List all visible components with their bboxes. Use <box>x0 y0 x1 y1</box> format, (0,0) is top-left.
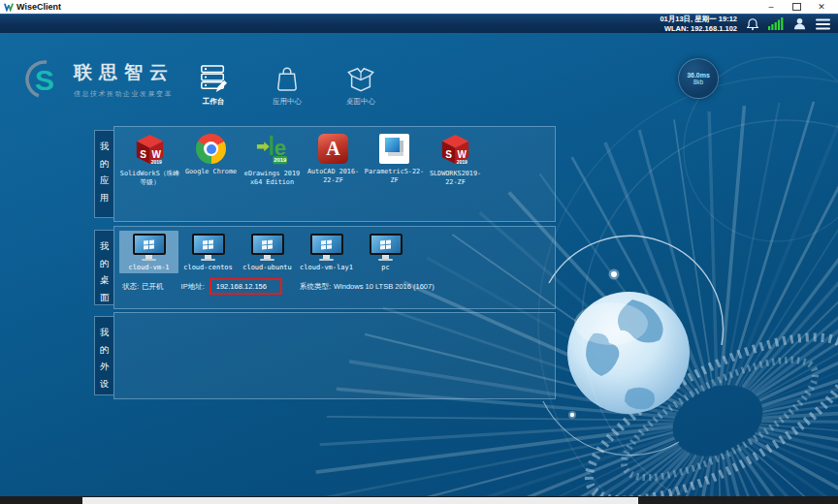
minimize-button[interactable]: – <box>758 0 784 14</box>
nav-app-center-label: 应用中心 <box>273 97 302 107</box>
monitor-icon <box>250 234 285 261</box>
svg-text:W: W <box>458 149 467 160</box>
workbench-icon <box>198 64 229 93</box>
brand-slogan: 信息技术推动企业发展变革 <box>74 89 175 99</box>
brand-block: S 联思智云 信息技术推动企业发展变革 <box>25 60 175 99</box>
edrawings-icon: e 2019 <box>256 134 288 166</box>
section-my-peripherals: 我的外设 <box>94 312 556 399</box>
my-apps-panel: S W 2019 SolidWorkS（珠峰等级） Google Chrome <box>113 126 556 222</box>
user-account-icon[interactable] <box>792 16 807 31</box>
desktop-status-row: 状态: 已开机 IP地址: 192.168.12.156 系统类型: Windo… <box>122 278 555 295</box>
tab-my-apps[interactable]: 我的应用 <box>94 130 113 218</box>
notification-bell-icon[interactable] <box>746 17 759 31</box>
desktop-item-cloud-vm-1[interactable]: cloud-vm-1 <box>119 231 178 273</box>
desktop-label: cloud-vm-1 <box>128 264 169 271</box>
autocad-icon: A <box>318 134 348 164</box>
app-item-solidworks[interactable]: S W 2019 SolidWorkS（珠峰等级） <box>119 134 180 187</box>
taskbar-edge <box>0 496 838 504</box>
svg-text:2019: 2019 <box>151 159 162 165</box>
brand-s-logo-icon: S <box>25 60 64 99</box>
app-label: Google Chrome <box>185 168 237 176</box>
svg-text:W: W <box>152 149 162 160</box>
solidworks-icon: S W 2019 <box>135 134 165 166</box>
menu-icon[interactable] <box>816 18 830 30</box>
nav-desktop-center[interactable]: 桌面中心 <box>334 64 388 107</box>
nav-workbench[interactable]: 工作台 <box>186 64 241 107</box>
tab-my-peripherals[interactable]: 我的外设 <box>94 316 113 395</box>
wlan-text: WLAN: 192.168.1.102 <box>660 24 737 33</box>
section-my-apps: 我的应用 S W 2019 SolidWorkS（珠峰等级） <box>94 126 556 222</box>
svg-text:S: S <box>140 149 146 160</box>
svg-text:2019: 2019 <box>457 159 467 165</box>
solidworks-icon: S W 2019 <box>440 134 470 166</box>
taskbar-window-strip[interactable] <box>82 497 638 504</box>
desktop-label: cloud-centos <box>183 264 233 271</box>
maximize-icon <box>792 3 801 11</box>
desktop-item-cloud-centos[interactable]: cloud-centos <box>178 231 238 273</box>
title-bar: WiseClient – ✕ <box>0 0 838 14</box>
monitor-icon <box>132 234 167 261</box>
os-type: 系统类型: Windows 10 LTSB 2016 (1607) <box>300 282 435 292</box>
brand-name: 联思智云 <box>74 60 175 85</box>
svg-text:2019: 2019 <box>274 157 287 163</box>
nav-app-center[interactable]: 应用中心 <box>260 64 314 107</box>
section-my-desktops: 我的桌面 cloud-vm-1 <box>94 226 556 309</box>
desktop-item-pc[interactable]: pc <box>356 231 415 273</box>
wiseclient-logo-icon <box>4 2 14 12</box>
nav-desktop-center-label: 桌面中心 <box>346 97 375 107</box>
brand-text: 联思智云 信息技术推动企业发展变革 <box>74 60 175 99</box>
ip-address: IP地址: 192.168.12.156 <box>181 278 282 295</box>
svg-text:S: S <box>35 64 54 96</box>
maximize-button[interactable] <box>784 0 809 14</box>
desktop-label: pc <box>381 264 389 271</box>
desktop-item-cloud-vm-lay1[interactable]: cloud-vm-lay1 <box>297 231 356 273</box>
speed-value: 8kb <box>693 79 703 85</box>
main-area: S 联思智云 信息技术推动企业发展变革 工作台 <box>0 33 838 496</box>
ip-value-highlight-box: 192.168.12.156 <box>210 278 282 295</box>
parametric-icon <box>379 134 409 164</box>
os-label: 系统类型: <box>300 282 331 292</box>
ip-label: IP地址: <box>181 282 205 292</box>
top-nav: 工作台 应用中心 桌面中心 <box>186 64 388 107</box>
my-peripherals-panel <box>113 312 556 399</box>
app-label: SolidWorkS（珠峰等级） <box>120 170 180 187</box>
app-label: AutoCAD 2016-22-ZF <box>304 168 364 185</box>
state-value: 已开机 <box>142 282 164 292</box>
desktop-label: cloud-ubuntu <box>242 264 292 271</box>
monitor-icon <box>309 234 344 261</box>
svg-text:S: S <box>445 149 452 160</box>
app-item-chrome[interactable]: Google Chrome <box>180 134 242 187</box>
power-state: 状态: 已开机 <box>122 282 164 292</box>
app-label: eDrawings 2019 x64 Edition <box>242 170 303 187</box>
nav-workbench-label: 工作台 <box>203 97 225 107</box>
monitor-icon <box>191 234 226 261</box>
network-speed-float-ball[interactable]: 36.0ms 8kb <box>678 58 719 99</box>
datetime-block: 01月13日, 星期一 19:12 WLAN: 192.168.1.102 <box>660 15 737 33</box>
desktop-item-cloud-ubuntu[interactable]: cloud-ubuntu <box>238 231 297 273</box>
app-item-sldworks[interactable]: S W 2019 SLDWORKS2019-22-ZF <box>425 134 486 187</box>
desktop-label: cloud-vm-lay1 <box>300 264 353 271</box>
date-text: 01月13日, 星期一 19:12 <box>660 15 737 23</box>
app-center-bag-icon <box>273 64 302 93</box>
signal-strength-icon <box>768 17 784 30</box>
state-label: 状态: <box>122 282 139 292</box>
tab-my-desktops[interactable]: 我的桌面 <box>94 230 113 305</box>
chrome-icon <box>196 134 226 164</box>
app-label: Parametric5-22-ZF <box>365 168 425 185</box>
os-value: Windows 10 LTSB 2016 (1607) <box>334 282 435 291</box>
desktop-center-box-icon <box>346 64 375 93</box>
close-button[interactable]: ✕ <box>809 0 834 14</box>
app-item-parametric[interactable]: Parametric5-22-ZF <box>364 134 425 187</box>
app-item-edrawings[interactable]: e 2019 eDrawings 2019 x64 Edition <box>242 134 303 187</box>
desktop-row: cloud-vm-1 cloud-centos <box>114 227 555 273</box>
app-row: S W 2019 SolidWorkS（珠峰等级） Google Chrome <box>114 127 555 189</box>
my-desktops-panel: cloud-vm-1 cloud-centos <box>113 226 556 309</box>
window-title: WiseClient <box>16 2 61 12</box>
app-label: SLDWORKS2019-22-ZF <box>426 170 486 187</box>
wiseclient-window: WiseClient – ✕ 01月13日, 星期一 19:12 WLAN: 1… <box>0 0 838 504</box>
monitor-icon <box>369 234 403 261</box>
app-item-autocad[interactable]: A AutoCAD 2016-22-ZF <box>303 134 364 187</box>
status-bar: 01月13日, 星期一 19:12 WLAN: 192.168.1.102 <box>0 14 838 33</box>
latency-value: 36.0ms <box>687 72 710 79</box>
